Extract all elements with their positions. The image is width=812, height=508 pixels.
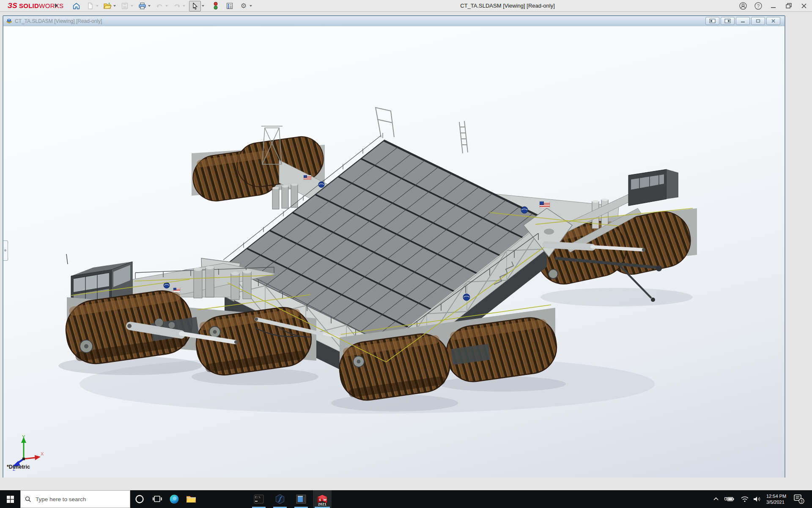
redo-icon[interactable] [172,1,182,11]
open-dropdown-icon[interactable] [113,5,116,7]
close-icon[interactable] [799,1,809,11]
minimize-icon[interactable] [769,1,778,11]
select-dropdown-icon[interactable] [202,5,204,7]
tray-time: 12:54 PM [766,493,788,499]
cortana-icon[interactable] [130,490,149,508]
triad-y-label: Y [22,434,25,439]
search-icon [25,496,31,502]
brand-expand-chevron-icon[interactable] [55,3,58,8]
document-window-controls [705,17,780,25]
volume-icon[interactable] [750,490,764,508]
start-button[interactable] [0,490,20,508]
app-titlebar-right: ? [738,0,809,12]
main-toolbar: ⚙ [71,0,256,12]
us-flag-decal [173,288,180,292]
doc-minimize-icon[interactable] [736,17,750,25]
undo-icon[interactable] [154,1,165,11]
cmd-label: C:\ [255,496,261,499]
save-dropdown-icon[interactable] [131,5,133,7]
account-icon[interactable] [738,1,748,11]
crawler-transporter-model[interactable] [3,26,785,478]
redo-dropdown-icon[interactable] [183,5,185,7]
svg-text:W: W [324,498,327,502]
print-dropdown-icon[interactable] [148,5,151,7]
taskbar-search[interactable] [20,490,130,508]
hexagon-app-icon[interactable] [272,490,288,508]
svg-text:?: ? [757,3,760,8]
windows-taskbar: C:\ SW 2021 12:54 PM 3/5/2021 3 [0,490,812,508]
svg-text:S: S [319,498,321,502]
pane-right-icon[interactable] [721,17,735,25]
save-icon[interactable] [120,1,130,11]
logo-3s-glyph: ЗS [8,2,17,10]
settings-gear-icon[interactable]: ⚙ [239,1,249,11]
document-titlebar[interactable]: CT_TA.SLDASM [Viewing] [Read-only] [3,16,785,26]
tray-clock[interactable]: 12:54 PM 3/5/2021 [764,490,788,508]
restore-icon[interactable] [784,1,793,11]
undo-dropdown-icon[interactable] [165,5,168,7]
app-window-title: CT_TA.SLDASM [Viewing] [Read-only] [460,0,555,12]
app-titlebar: ЗSSOLIDWORKS ⚙ [0,0,812,12]
tray-date: 3/5/2021 [766,499,788,505]
search-input[interactable] [36,496,120,502]
notification-count: 3 [801,499,803,503]
battery-icon[interactable] [721,490,737,508]
help-icon[interactable]: ? [754,1,763,11]
edge-icon[interactable] [166,490,183,508]
exhaust-stacks [272,183,298,209]
properties-form-icon[interactable] [225,1,235,11]
triad-x-label: X [41,451,44,456]
doc-close-icon[interactable] [766,17,780,25]
new-dropdown-icon[interactable] [96,5,99,7]
doc-restore-icon[interactable] [751,17,765,25]
new-document-icon[interactable] [85,1,95,11]
select-tool-button[interactable] [189,1,201,11]
open-icon[interactable] [102,1,112,11]
pane-left-icon[interactable] [705,17,719,25]
document-window: CT_TA.SLDASM [Viewing] [Read-only] [3,15,785,478]
file-explorer-icon[interactable] [183,490,200,508]
us-flag-decal [304,175,311,180]
graphics-viewport[interactable]: Y X Z *Dimetric [3,26,785,478]
home-icon[interactable] [71,1,81,11]
tray-chevron-icon[interactable] [710,490,722,508]
settings-dropdown-icon[interactable] [250,5,252,7]
blue-window-app-icon[interactable] [293,490,310,508]
assembly-file-icon [6,18,12,25]
task-view-icon[interactable] [149,490,166,508]
rebuild-traffic-light-icon[interactable] [211,1,221,11]
us-flag-decal [540,202,550,208]
wifi-icon[interactable] [738,490,752,508]
command-prompt-icon[interactable]: C:\ [250,490,267,508]
feature-tree-splitter-handle[interactable] [3,240,8,261]
solidworks-year-badge: 2021 [318,502,326,506]
view-orientation-label: *Dimetric [7,464,30,470]
action-center-icon[interactable]: 3 [790,490,809,508]
splitter-dot [4,249,6,251]
solidworks-taskbar-icon[interactable]: SW 2021 [313,490,332,508]
rear-cab [628,169,678,206]
print-icon[interactable] [137,1,147,11]
document-title: CT_TA.SLDASM [Viewing] [Read-only] [15,18,102,24]
